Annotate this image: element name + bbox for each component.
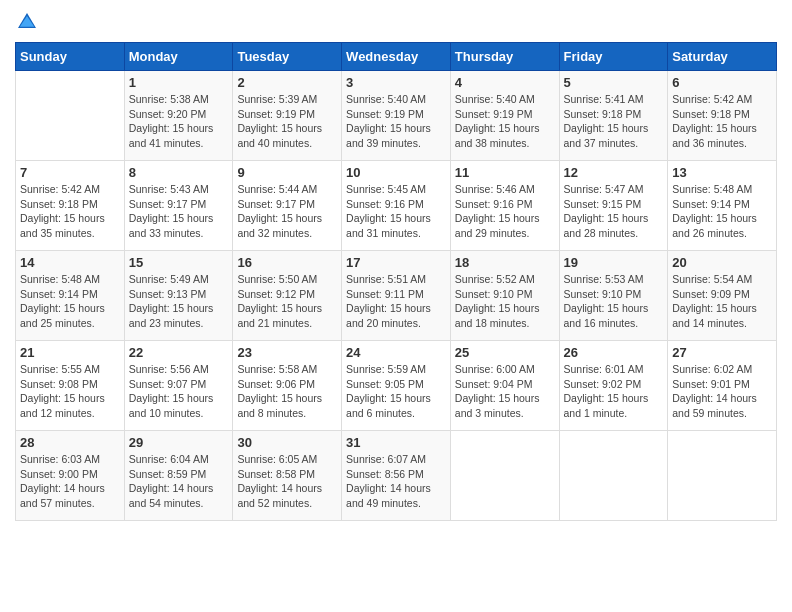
day-info: Sunrise: 5:42 AM Sunset: 9:18 PM Dayligh… bbox=[20, 182, 120, 241]
day-cell: 11Sunrise: 5:46 AM Sunset: 9:16 PM Dayli… bbox=[450, 161, 559, 251]
day-number: 22 bbox=[129, 345, 229, 360]
logo bbox=[15, 10, 43, 34]
day-number: 10 bbox=[346, 165, 446, 180]
day-info: Sunrise: 5:41 AM Sunset: 9:18 PM Dayligh… bbox=[564, 92, 664, 151]
day-cell: 12Sunrise: 5:47 AM Sunset: 9:15 PM Dayli… bbox=[559, 161, 668, 251]
day-info: Sunrise: 5:58 AM Sunset: 9:06 PM Dayligh… bbox=[237, 362, 337, 421]
day-cell: 13Sunrise: 5:48 AM Sunset: 9:14 PM Dayli… bbox=[668, 161, 777, 251]
week-row-4: 21Sunrise: 5:55 AM Sunset: 9:08 PM Dayli… bbox=[16, 341, 777, 431]
day-number: 28 bbox=[20, 435, 120, 450]
day-cell: 20Sunrise: 5:54 AM Sunset: 9:09 PM Dayli… bbox=[668, 251, 777, 341]
day-number: 14 bbox=[20, 255, 120, 270]
day-info: Sunrise: 6:05 AM Sunset: 8:58 PM Dayligh… bbox=[237, 452, 337, 511]
day-number: 20 bbox=[672, 255, 772, 270]
day-number: 26 bbox=[564, 345, 664, 360]
day-cell: 18Sunrise: 5:52 AM Sunset: 9:10 PM Dayli… bbox=[450, 251, 559, 341]
week-row-3: 14Sunrise: 5:48 AM Sunset: 9:14 PM Dayli… bbox=[16, 251, 777, 341]
day-cell: 16Sunrise: 5:50 AM Sunset: 9:12 PM Dayli… bbox=[233, 251, 342, 341]
day-info: Sunrise: 6:07 AM Sunset: 8:56 PM Dayligh… bbox=[346, 452, 446, 511]
day-cell: 3Sunrise: 5:40 AM Sunset: 9:19 PM Daylig… bbox=[342, 71, 451, 161]
day-cell: 14Sunrise: 5:48 AM Sunset: 9:14 PM Dayli… bbox=[16, 251, 125, 341]
day-cell: 5Sunrise: 5:41 AM Sunset: 9:18 PM Daylig… bbox=[559, 71, 668, 161]
day-cell: 21Sunrise: 5:55 AM Sunset: 9:08 PM Dayli… bbox=[16, 341, 125, 431]
day-cell: 29Sunrise: 6:04 AM Sunset: 8:59 PM Dayli… bbox=[124, 431, 233, 521]
day-cell: 17Sunrise: 5:51 AM Sunset: 9:11 PM Dayli… bbox=[342, 251, 451, 341]
day-info: Sunrise: 5:56 AM Sunset: 9:07 PM Dayligh… bbox=[129, 362, 229, 421]
day-number: 15 bbox=[129, 255, 229, 270]
day-cell bbox=[16, 71, 125, 161]
day-info: Sunrise: 5:48 AM Sunset: 9:14 PM Dayligh… bbox=[20, 272, 120, 331]
day-cell: 27Sunrise: 6:02 AM Sunset: 9:01 PM Dayli… bbox=[668, 341, 777, 431]
column-header-thursday: Thursday bbox=[450, 43, 559, 71]
calendar-table: SundayMondayTuesdayWednesdayThursdayFrid… bbox=[15, 42, 777, 521]
day-number: 24 bbox=[346, 345, 446, 360]
day-number: 23 bbox=[237, 345, 337, 360]
column-header-wednesday: Wednesday bbox=[342, 43, 451, 71]
day-cell: 15Sunrise: 5:49 AM Sunset: 9:13 PM Dayli… bbox=[124, 251, 233, 341]
day-number: 8 bbox=[129, 165, 229, 180]
day-info: Sunrise: 5:59 AM Sunset: 9:05 PM Dayligh… bbox=[346, 362, 446, 421]
logo-icon bbox=[15, 10, 39, 34]
day-number: 9 bbox=[237, 165, 337, 180]
day-number: 7 bbox=[20, 165, 120, 180]
day-number: 17 bbox=[346, 255, 446, 270]
day-info: Sunrise: 6:04 AM Sunset: 8:59 PM Dayligh… bbox=[129, 452, 229, 511]
calendar-header: SundayMondayTuesdayWednesdayThursdayFrid… bbox=[16, 43, 777, 71]
day-info: Sunrise: 5:40 AM Sunset: 9:19 PM Dayligh… bbox=[346, 92, 446, 151]
calendar-body: 1Sunrise: 5:38 AM Sunset: 9:20 PM Daylig… bbox=[16, 71, 777, 521]
day-number: 3 bbox=[346, 75, 446, 90]
day-number: 16 bbox=[237, 255, 337, 270]
day-cell: 25Sunrise: 6:00 AM Sunset: 9:04 PM Dayli… bbox=[450, 341, 559, 431]
day-cell bbox=[450, 431, 559, 521]
day-number: 27 bbox=[672, 345, 772, 360]
day-info: Sunrise: 5:53 AM Sunset: 9:10 PM Dayligh… bbox=[564, 272, 664, 331]
day-info: Sunrise: 5:48 AM Sunset: 9:14 PM Dayligh… bbox=[672, 182, 772, 241]
day-number: 18 bbox=[455, 255, 555, 270]
day-info: Sunrise: 5:47 AM Sunset: 9:15 PM Dayligh… bbox=[564, 182, 664, 241]
day-info: Sunrise: 5:54 AM Sunset: 9:09 PM Dayligh… bbox=[672, 272, 772, 331]
day-cell: 30Sunrise: 6:05 AM Sunset: 8:58 PM Dayli… bbox=[233, 431, 342, 521]
column-header-sunday: Sunday bbox=[16, 43, 125, 71]
svg-marker-1 bbox=[20, 16, 34, 27]
day-number: 21 bbox=[20, 345, 120, 360]
day-number: 13 bbox=[672, 165, 772, 180]
day-cell: 23Sunrise: 5:58 AM Sunset: 9:06 PM Dayli… bbox=[233, 341, 342, 431]
day-number: 6 bbox=[672, 75, 772, 90]
day-info: Sunrise: 5:55 AM Sunset: 9:08 PM Dayligh… bbox=[20, 362, 120, 421]
day-cell: 8Sunrise: 5:43 AM Sunset: 9:17 PM Daylig… bbox=[124, 161, 233, 251]
day-cell: 2Sunrise: 5:39 AM Sunset: 9:19 PM Daylig… bbox=[233, 71, 342, 161]
column-header-tuesday: Tuesday bbox=[233, 43, 342, 71]
day-number: 2 bbox=[237, 75, 337, 90]
day-number: 31 bbox=[346, 435, 446, 450]
day-info: Sunrise: 5:49 AM Sunset: 9:13 PM Dayligh… bbox=[129, 272, 229, 331]
day-number: 29 bbox=[129, 435, 229, 450]
day-info: Sunrise: 5:43 AM Sunset: 9:17 PM Dayligh… bbox=[129, 182, 229, 241]
day-number: 25 bbox=[455, 345, 555, 360]
day-number: 1 bbox=[129, 75, 229, 90]
day-cell: 7Sunrise: 5:42 AM Sunset: 9:18 PM Daylig… bbox=[16, 161, 125, 251]
column-header-friday: Friday bbox=[559, 43, 668, 71]
day-cell: 4Sunrise: 5:40 AM Sunset: 9:19 PM Daylig… bbox=[450, 71, 559, 161]
day-info: Sunrise: 5:38 AM Sunset: 9:20 PM Dayligh… bbox=[129, 92, 229, 151]
day-cell: 24Sunrise: 5:59 AM Sunset: 9:05 PM Dayli… bbox=[342, 341, 451, 431]
day-info: Sunrise: 5:52 AM Sunset: 9:10 PM Dayligh… bbox=[455, 272, 555, 331]
day-cell: 28Sunrise: 6:03 AM Sunset: 9:00 PM Dayli… bbox=[16, 431, 125, 521]
day-info: Sunrise: 5:40 AM Sunset: 9:19 PM Dayligh… bbox=[455, 92, 555, 151]
column-header-monday: Monday bbox=[124, 43, 233, 71]
day-cell: 10Sunrise: 5:45 AM Sunset: 9:16 PM Dayli… bbox=[342, 161, 451, 251]
day-cell: 6Sunrise: 5:42 AM Sunset: 9:18 PM Daylig… bbox=[668, 71, 777, 161]
day-info: Sunrise: 5:42 AM Sunset: 9:18 PM Dayligh… bbox=[672, 92, 772, 151]
day-cell bbox=[559, 431, 668, 521]
day-cell: 19Sunrise: 5:53 AM Sunset: 9:10 PM Dayli… bbox=[559, 251, 668, 341]
day-number: 4 bbox=[455, 75, 555, 90]
day-cell: 1Sunrise: 5:38 AM Sunset: 9:20 PM Daylig… bbox=[124, 71, 233, 161]
day-info: Sunrise: 6:00 AM Sunset: 9:04 PM Dayligh… bbox=[455, 362, 555, 421]
day-number: 19 bbox=[564, 255, 664, 270]
page-header bbox=[15, 10, 777, 34]
day-info: Sunrise: 5:50 AM Sunset: 9:12 PM Dayligh… bbox=[237, 272, 337, 331]
week-row-2: 7Sunrise: 5:42 AM Sunset: 9:18 PM Daylig… bbox=[16, 161, 777, 251]
week-row-5: 28Sunrise: 6:03 AM Sunset: 9:00 PM Dayli… bbox=[16, 431, 777, 521]
day-number: 11 bbox=[455, 165, 555, 180]
header-row: SundayMondayTuesdayWednesdayThursdayFrid… bbox=[16, 43, 777, 71]
day-info: Sunrise: 5:44 AM Sunset: 9:17 PM Dayligh… bbox=[237, 182, 337, 241]
